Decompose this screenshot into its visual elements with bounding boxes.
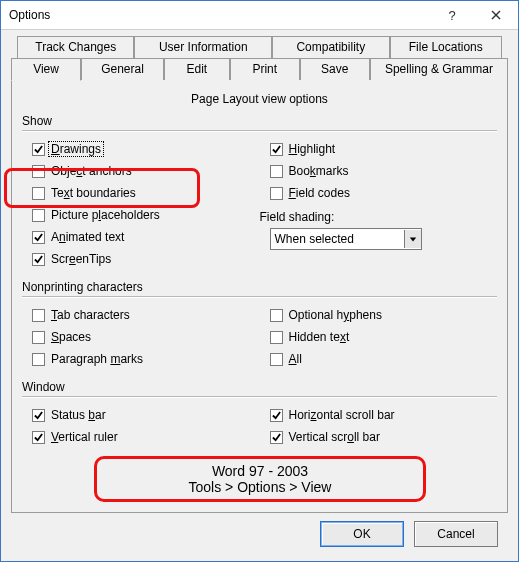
annotation-caption: Word 97 - 2003 Tools > Options > View — [94, 456, 426, 502]
checkbox-label: Picture placeholders — [51, 208, 160, 222]
titlebar: Options ? — [1, 1, 518, 30]
field-shading-label: Field shading: — [260, 210, 335, 224]
tab-compatibility[interactable]: Compatibility — [272, 36, 389, 59]
checkbox-label: Vertical ruler — [51, 430, 118, 444]
checkbox-label: Field codes — [289, 186, 350, 200]
checkbox-optional-hyphens[interactable]: Optional hyphens — [260, 304, 498, 326]
checkbox-box — [32, 431, 45, 444]
checkbox-drawings[interactable]: Drawings — [22, 138, 260, 160]
cancel-button[interactable]: Cancel — [414, 521, 498, 547]
checkbox-all[interactable]: All — [260, 348, 498, 370]
checkbox-box — [270, 309, 283, 322]
checkbox-box — [32, 331, 45, 344]
checkbox-label: Optional hyphens — [289, 308, 382, 322]
checkbox-label: Hidden text — [289, 330, 350, 344]
checkbox-box — [32, 209, 45, 222]
annotation-line1: Word 97 - 2003 — [105, 463, 415, 479]
checkbox-label: Tab characters — [51, 308, 130, 322]
tab-track-changes[interactable]: Track Changes — [17, 36, 134, 59]
tab-file-locations[interactable]: File Locations — [390, 36, 502, 59]
tab-panel-view: Page Layout view options Show DrawingsOb… — [11, 80, 508, 513]
checkbox-label: Bookmarks — [289, 164, 349, 178]
checkbox-hidden-text[interactable]: Hidden text — [260, 326, 498, 348]
group-nonprinting-label: Nonprinting characters — [22, 280, 497, 294]
checkbox-box — [270, 431, 283, 444]
checkbox-box — [32, 165, 45, 178]
group-window-label: Window — [22, 380, 497, 394]
checkbox-box — [270, 187, 283, 200]
checkbox-label: Vertical scroll bar — [289, 430, 380, 444]
checkbox-highlight[interactable]: Highlight — [260, 138, 498, 160]
checkbox-label: Text boundaries — [51, 186, 136, 200]
divider — [22, 130, 497, 132]
tabs: Track Changes User Information Compatibi… — [11, 36, 508, 513]
tab-save[interactable]: Save — [300, 58, 370, 81]
checkbox-horizontal-scroll[interactable]: Horizontal scroll bar — [260, 404, 498, 426]
tab-edit[interactable]: Edit — [164, 58, 230, 81]
checkbox-screentips[interactable]: ScreenTips — [22, 248, 260, 270]
checkbox-box — [270, 143, 283, 156]
options-dialog: Options ? Track Changes User Information… — [0, 0, 519, 562]
tab-general[interactable]: General — [81, 58, 164, 81]
section-title: Page Layout view options — [22, 92, 497, 106]
checkbox-label: Highlight — [289, 142, 336, 156]
window-title: Options — [9, 8, 430, 22]
checkbox-picture-placeholders[interactable]: Picture placeholders — [22, 204, 260, 226]
checkbox-text-boundaries[interactable]: Text boundaries — [22, 182, 260, 204]
checkbox-label: Horizontal scroll bar — [289, 408, 395, 422]
checkbox-label: Drawings — [51, 142, 104, 156]
group-show-label: Show — [22, 114, 497, 128]
checkbox-label: ScreenTips — [51, 252, 111, 266]
tab-view[interactable]: View — [11, 58, 81, 81]
checkbox-animated-text[interactable]: Animated text — [22, 226, 260, 248]
tab-print[interactable]: Print — [230, 58, 300, 81]
field-shading-dropdown[interactable]: When selected — [270, 228, 422, 250]
checkbox-tab-characters[interactable]: Tab characters — [22, 304, 260, 326]
checkbox-box — [32, 309, 45, 322]
checkbox-label: Animated text — [51, 230, 124, 244]
annotation-line2: Tools > Options > View — [105, 479, 415, 495]
tab-spelling-grammar[interactable]: Spelling & Grammar — [370, 58, 508, 81]
field-shading-value: When selected — [271, 232, 404, 246]
ok-button[interactable]: OK — [320, 521, 404, 547]
checkbox-vertical-scroll[interactable]: Vertical scroll bar — [260, 426, 498, 448]
checkbox-label: Object anchors — [51, 164, 132, 178]
help-button[interactable]: ? — [430, 1, 474, 29]
close-button[interactable] — [474, 1, 518, 29]
checkbox-bookmarks[interactable]: Bookmarks — [260, 160, 498, 182]
checkbox-label: Paragraph marks — [51, 352, 143, 366]
checkbox-object-anchors[interactable]: Object anchors — [22, 160, 260, 182]
divider — [22, 396, 497, 398]
chevron-down-icon — [404, 230, 421, 248]
checkbox-status-bar[interactable]: Status bar — [22, 404, 260, 426]
checkbox-box — [32, 187, 45, 200]
close-icon — [491, 10, 501, 20]
divider — [22, 296, 497, 298]
checkbox-box — [32, 143, 45, 156]
checkbox-box — [270, 331, 283, 344]
checkbox-paragraph-marks[interactable]: Paragraph marks — [22, 348, 260, 370]
checkbox-box — [32, 409, 45, 422]
checkbox-box — [270, 165, 283, 178]
checkbox-spaces[interactable]: Spaces — [22, 326, 260, 348]
checkbox-label: Status bar — [51, 408, 106, 422]
checkbox-vertical-ruler[interactable]: Vertical ruler — [22, 426, 260, 448]
checkbox-box — [32, 253, 45, 266]
checkbox-box — [32, 231, 45, 244]
dialog-buttons: OK Cancel — [11, 513, 508, 547]
checkbox-box — [32, 353, 45, 366]
checkbox-box — [270, 409, 283, 422]
tab-user-information[interactable]: User Information — [134, 36, 272, 59]
checkbox-field-codes[interactable]: Field codes — [260, 182, 498, 204]
checkbox-label: Spaces — [51, 330, 91, 344]
checkbox-label: All — [289, 352, 302, 366]
svg-marker-2 — [409, 237, 415, 241]
checkbox-box — [270, 353, 283, 366]
